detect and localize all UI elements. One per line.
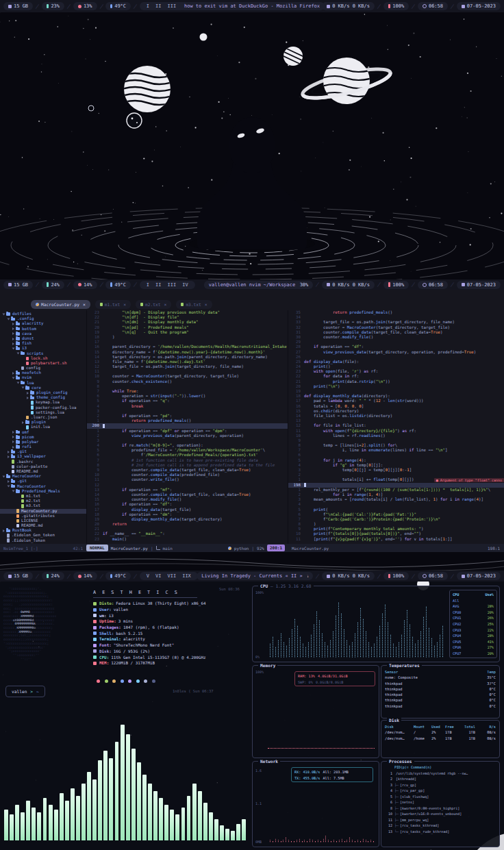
tree-item-config[interactable]: config <box>0 366 86 371</box>
process-row[interactable]: 13└─[rcu_tasks_rude_kthread] <box>381 829 499 835</box>
tree-item-bottom[interactable]: bottom <box>0 327 86 332</box>
process-row[interactable]: 11├─[mm_percpu_wq] <box>381 817 499 823</box>
tree-item-plugin_config[interactable]: plugin_config <box>0 390 86 395</box>
workspace-iix[interactable]: IIX <box>182 573 191 579</box>
process-row[interactable]: 12├─[rcu_tasks_kthread] <box>381 823 499 829</box>
clock-module[interactable]: 06:58 <box>418 2 448 10</box>
battery-module[interactable]: 24% <box>42 281 64 289</box>
ram-module[interactable]: 15 GB <box>3 2 33 10</box>
buffer-tab-MacroCounter.py[interactable]: MacroCounter.py× <box>31 300 90 309</box>
cpu-module[interactable]: 14% <box>73 281 97 289</box>
tree-item-.bashrc[interactable]: .bashrc <box>0 460 86 464</box>
buffer-tab-m2.txt[interactable]: m2.txt× <box>136 300 171 309</box>
tree-item-theme_config[interactable]: theme_config <box>0 395 86 400</box>
tree-item-alacritty[interactable]: alacritty <box>0 321 86 326</box>
tree-item-polybar[interactable]: polybar <box>0 440 86 445</box>
workspace-vi[interactable]: VI <box>155 573 161 579</box>
process-row[interactable]: 5├─[slub_flushwq] <box>381 794 499 800</box>
tree-item-color-palette[interactable]: color-palette <box>0 464 86 469</box>
network-speed-module[interactable]: 0 KB/s 0 KB/s <box>322 2 375 10</box>
tree-item-dotfiles[interactable]: dotfiles <box>0 312 86 316</box>
process-row[interactable]: 1/usr/lib/systemd/systemd rhgb --sw… <box>381 771 499 777</box>
tree-item-Predefined_Meals[interactable]: Predefined_Meals <box>0 489 86 494</box>
tree-item-.Eidolon_Token[interactable]: .Eidolon_Token <box>0 538 86 543</box>
buffer-tab-m1.txt[interactable]: m1.txt× <box>95 300 131 309</box>
cpu-module[interactable]: 13% <box>73 2 97 10</box>
workspace-ii[interactable]: II <box>155 282 161 288</box>
tree-item-lua[interactable]: lua <box>0 381 86 386</box>
clock-module[interactable]: 06:58 <box>418 281 448 289</box>
workspace-i[interactable]: I <box>147 3 149 9</box>
clock-module[interactable]: 06:58 <box>418 572 448 580</box>
tree-item-omf[interactable]: omf <box>0 430 86 435</box>
tree-item-settings.lua[interactable]: settings.lua <box>0 410 86 415</box>
tree-item-fish[interactable]: fish <box>0 341 86 346</box>
tree-item-lock.sh[interactable]: lock.sh <box>0 356 86 361</box>
thermometer-module[interactable]: 49°C <box>105 572 131 580</box>
close-icon[interactable]: × <box>123 302 126 308</box>
process-row[interactable]: 8├─[kworker/0:0H-events_highpri] <box>381 805 499 812</box>
tree-item-.config[interactable]: .config <box>0 316 86 321</box>
tree-item-cava[interactable]: cava <box>0 332 86 336</box>
battery-full-module[interactable]: 100% <box>383 2 409 10</box>
tree-item-MacroCounter[interactable]: MacroCounter <box>0 474 86 479</box>
workspace-iii[interactable]: III <box>168 3 177 9</box>
tree-item-m2.txt[interactable]: m2.txt <box>0 499 86 503</box>
tree-item-rofi[interactable]: rofi <box>0 445 86 449</box>
process-row[interactable]: 10├─[kworker/u16:0-events_unbound] <box>381 811 499 817</box>
nvim-tree[interactable]: dotfiles.configalacrittybottomcavadunstf… <box>0 312 86 544</box>
calendar-module[interactable]: 07-05-2023 <box>457 2 501 10</box>
shell-prompt[interactable]: vallen > ~ <box>5 686 45 697</box>
workspace-i[interactable]: I <box>147 282 149 288</box>
code-pane-left[interactable]: 23 "\n[dpm] - Display previous monthly d… <box>86 310 288 544</box>
thermometer-module[interactable]: 49°C <box>105 281 131 289</box>
tree-item-README.md[interactable]: README.md <box>0 523 86 528</box>
tree-item-polybarstart.sh[interactable]: polybarstart.sh <box>0 361 86 366</box>
cpu-module[interactable]: 14% <box>73 572 97 580</box>
network-speed-module[interactable]: 0 KB/s 0 KB/s <box>322 572 375 580</box>
process-row[interactable]: 4├─[rcu_par_gp] <box>381 788 499 794</box>
ram-module[interactable]: 15 GB <box>3 281 33 289</box>
tree-item-i3[interactable]: i3 <box>0 346 86 351</box>
tree-item-RustBook[interactable]: RustBook <box>0 528 86 533</box>
tree-item-README.md[interactable]: README.md <box>0 469 86 474</box>
tree-item-picom[interactable]: picom <box>0 435 86 440</box>
battery-full-module[interactable]: 100% <box>383 572 409 580</box>
tree-item-packer-config.lua[interactable]: packer-config.lua <box>0 405 86 410</box>
workspace-iv[interactable]: IV <box>182 282 188 288</box>
tree-item-nvim[interactable]: nvim <box>0 375 86 380</box>
workspace-v[interactable]: V <box>147 573 149 579</box>
tree-item-MacroCounter[interactable]: MacroCounter <box>0 484 86 489</box>
tree-item-plugin[interactable]: plugin <box>0 420 86 425</box>
tree-item-.Eidolon_Gen_token[interactable]: .Eidolon_Gen_token <box>0 533 86 538</box>
workspace-vii[interactable]: VII <box>168 573 177 579</box>
calendar-module[interactable]: 07-05-2023 <box>457 572 501 580</box>
process-row[interactable]: 6├─[netns] <box>381 799 499 805</box>
close-icon[interactable]: × <box>205 302 207 308</box>
tree-item-i3_wallpaper[interactable]: i3_wallpaper <box>0 454 86 459</box>
battery-full-module[interactable]: 100% <box>383 281 409 289</box>
network-speed-module[interactable]: 0 KB/s 0 KB/s <box>322 281 375 289</box>
tree-item-MacroCounter.py[interactable]: MacroCounter.py <box>0 509 86 514</box>
tree-item-.gitattributes[interactable]: .gitattributes <box>0 514 86 518</box>
tree-item-dunst[interactable]: dunst <box>0 336 86 341</box>
tree-item-LICENSE[interactable]: LICENSE <box>0 518 86 523</box>
close-icon[interactable]: × <box>164 302 166 308</box>
tree-item-m3.txt[interactable]: m3.txt <box>0 503 86 508</box>
thermometer-module[interactable]: 49°C <box>105 2 131 10</box>
tree-item-m1.txt[interactable]: m1.txt <box>0 494 86 499</box>
battery-module[interactable]: 24% <box>42 572 64 580</box>
process-row[interactable]: 3├─[rcu_gp] <box>381 782 499 788</box>
tree-item-.git[interactable]: .git <box>0 449 86 454</box>
tree-item-init.lua[interactable]: init.lua <box>0 425 86 429</box>
tree-item-.luarc.json[interactable]: .luarc.json <box>0 415 86 420</box>
close-icon[interactable]: × <box>83 302 86 308</box>
tree-item-scripts[interactable]: scripts <box>0 351 86 356</box>
calendar-module[interactable]: 07-05-2023 <box>457 281 501 289</box>
tree-item-neofetch[interactable]: neofetch <box>0 371 86 375</box>
battery-module[interactable]: 23% <box>42 2 64 10</box>
process-row[interactable]: 2[kthreadd] <box>381 776 499 782</box>
code-pane-right[interactable]: 35 return predefined_meals()3433 target_… <box>288 310 504 544</box>
tree-item-core[interactable]: core <box>0 386 86 390</box>
buffer-tab-m3.txt[interactable]: m3.txt× <box>176 300 212 309</box>
